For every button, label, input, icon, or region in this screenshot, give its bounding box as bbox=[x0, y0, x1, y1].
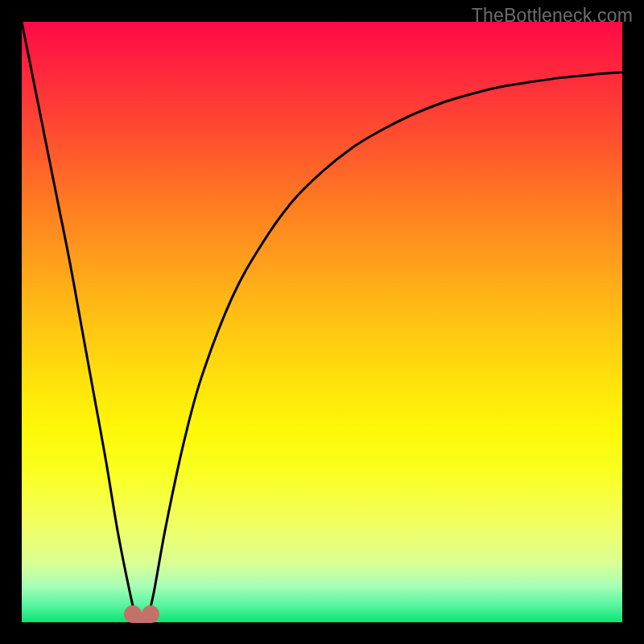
curve-marker-bridge bbox=[133, 612, 151, 623]
bottleneck-curve bbox=[22, 22, 622, 622]
plot-area bbox=[22, 22, 622, 622]
watermark-text: TheBottleneck.com bbox=[472, 5, 633, 27]
